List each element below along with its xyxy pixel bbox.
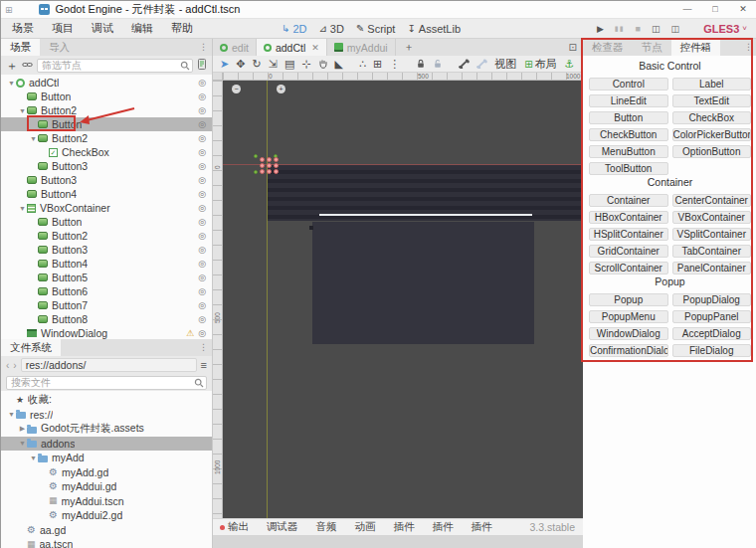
- control-button-ColorPickerButton[interactable]: ColorPickerButton: [672, 128, 752, 141]
- control-button-CheckButton[interactable]: CheckButton: [589, 128, 668, 141]
- control-button-Control[interactable]: Control: [589, 78, 668, 91]
- control-button-PanelContainer[interactable]: PanelContainer: [672, 262, 752, 274]
- tab-filesystem[interactable]: 文件系统: [1, 339, 61, 356]
- tree-row-WindowDialog[interactable]: WindowDialog⚠◎: [1, 326, 212, 339]
- visibility-eye-icon[interactable]: ◎: [198, 91, 206, 101]
- tree-row-Button6[interactable]: Button6◎: [1, 284, 212, 298]
- visibility-eye-icon[interactable]: ◎: [198, 147, 206, 157]
- menu-item-项目[interactable]: 项目: [43, 21, 83, 36]
- tab-节点[interactable]: 节点: [633, 39, 671, 56]
- expander-icon[interactable]: ▼: [7, 411, 16, 418]
- close-button[interactable]: ✕: [729, 1, 756, 18]
- control-button-OptionButton[interactable]: OptionButton: [672, 145, 752, 158]
- instance-scene-icon[interactable]: [22, 60, 33, 72]
- control-button-LineEdit[interactable]: LineEdit: [589, 94, 668, 107]
- layout-menu[interactable]: ⊞布局: [524, 57, 556, 72]
- visibility-eye-icon[interactable]: ◎: [198, 273, 206, 282]
- tree-row-Button4[interactable]: Button4◎: [1, 187, 212, 201]
- list-select-tool-icon[interactable]: ▤: [284, 56, 294, 72]
- grid-snap-tool-icon[interactable]: ⊞: [373, 56, 382, 72]
- tree-row-Button[interactable]: Button◎: [1, 117, 212, 131]
- control-button-PopupMenu[interactable]: PopupMenu: [589, 310, 668, 323]
- visibility-eye-icon[interactable]: ◎: [198, 105, 206, 115]
- lock-tool-icon[interactable]: [416, 59, 426, 69]
- tree-row-res://[interactable]: ▼res://: [1, 408, 212, 423]
- close-icon[interactable]: ✕: [311, 43, 319, 53]
- visibility-eye-icon[interactable]: ◎: [198, 231, 206, 241]
- tree-row-Button4[interactable]: Button4◎: [1, 257, 212, 271]
- tree-row-CheckBox[interactable]: ✓CheckBox◎: [1, 145, 212, 159]
- control-button-TextEdit[interactable]: TextEdit: [672, 94, 752, 107]
- expander-icon[interactable]: ▼: [18, 440, 27, 447]
- play-custom-scene-button[interactable]: ◫: [670, 24, 679, 34]
- control-button-ConfirmationDialog[interactable]: ConfirmationDialog: [589, 344, 668, 357]
- visibility-eye-icon[interactable]: ◎: [198, 78, 206, 88]
- visibility-eye-icon[interactable]: ◎: [198, 217, 206, 227]
- expander-icon[interactable]: ▼: [18, 107, 27, 114]
- visibility-eye-icon[interactable]: ◎: [198, 245, 206, 255]
- control-button-Button[interactable]: Button: [589, 111, 668, 124]
- snap-options-tool-icon[interactable]: ⋮: [389, 56, 400, 72]
- rotate-tool-icon[interactable]: ↻: [252, 56, 261, 72]
- expander-icon[interactable]: ▶: [18, 425, 27, 433]
- search-files-input[interactable]: [6, 376, 207, 390]
- bottom-tab-音频-2[interactable]: 音频: [316, 520, 337, 534]
- tree-row-myAdd.gd[interactable]: ⚙myAdd.gd: [1, 465, 212, 480]
- menu-item-调试[interactable]: 调试: [83, 21, 122, 36]
- visibility-eye-icon[interactable]: ◎: [198, 259, 206, 269]
- tree-row-VBoxContainer[interactable]: ▼VBoxContainer◎: [1, 201, 212, 215]
- tab-控件箱[interactable]: 控件箱: [671, 39, 721, 56]
- control-button-CenterContainer[interactable]: CenterContainer: [672, 194, 752, 207]
- menu-item-场景[interactable]: 场景: [3, 21, 43, 36]
- skeleton-tool-icon[interactable]: [459, 59, 470, 69]
- tree-row-aa.tscn[interactable]: ▦aa.tscn: [1, 537, 212, 548]
- expander-icon[interactable]: ▼: [29, 455, 38, 461]
- smart-snap-tool-icon[interactable]: ∴: [359, 56, 366, 72]
- visibility-eye-icon[interactable]: ◎: [198, 203, 206, 213]
- control-button-TabContainer[interactable]: TabContainer: [672, 245, 752, 258]
- script-icon[interactable]: [197, 59, 207, 72]
- bottom-tab-插件-5[interactable]: 插件: [433, 520, 454, 534]
- pause-button[interactable]: ▮▮: [615, 25, 625, 33]
- view-menu[interactable]: 视图: [494, 57, 516, 72]
- control-button-VSplitContainer[interactable]: VSplitContainer: [672, 228, 752, 241]
- expander-icon[interactable]: ▼: [18, 205, 27, 212]
- visibility-eye-icon[interactable]: ◎: [198, 189, 206, 199]
- tree-row-Godot元件封装.assets[interactable]: ▶Godot元件封装.assets: [1, 422, 212, 437]
- tree-row-addons[interactable]: ▼addons: [1, 437, 212, 452]
- control-button-CheckBox[interactable]: CheckBox: [672, 111, 752, 124]
- dock-menu-icon[interactable]: ⋮: [744, 39, 756, 56]
- tab-import[interactable]: 导入: [40, 39, 79, 56]
- filter-nodes-input[interactable]: [37, 59, 193, 73]
- selection-handles[interactable]: [254, 152, 282, 176]
- tree-row-Button2[interactable]: ▼Button2◎: [1, 131, 212, 145]
- visibility-eye-icon[interactable]: ◎: [198, 300, 206, 310]
- bottom-tab-插件-6[interactable]: 插件: [472, 520, 492, 534]
- visibility-eye-icon[interactable]: ◎: [198, 161, 206, 171]
- tree-row-myAddui.tscn[interactable]: ▦myAddui.tscn: [1, 494, 212, 509]
- mode-script[interactable]: ✎Script: [356, 23, 396, 35]
- scene-tab-edit[interactable]: edit: [213, 39, 257, 56]
- control-button-HBoxContainer[interactable]: HBoxContainer: [589, 211, 668, 224]
- control-button-ToolButton[interactable]: ToolButton: [589, 162, 668, 175]
- skeleton-options-tool-icon[interactable]: [476, 59, 487, 69]
- mode-2d[interactable]: ↳2D: [282, 23, 306, 35]
- maximize-button[interactable]: □: [701, 1, 729, 18]
- tree-row-myAddui.gd[interactable]: ⚙myAddui.gd: [1, 479, 212, 494]
- tree-row-Button2[interactable]: ▼Button2◎: [1, 103, 212, 117]
- tree-row-Button[interactable]: Button◎: [1, 90, 212, 103]
- control-button-Container[interactable]: Container: [589, 194, 668, 207]
- stop-button[interactable]: ■: [636, 24, 641, 34]
- control-button-Label[interactable]: Label: [672, 78, 752, 91]
- unlock-tool-icon[interactable]: [433, 59, 443, 69]
- control-button-WindowDialog[interactable]: WindowDialog: [589, 327, 668, 340]
- tree-row-myAddui2.gd[interactable]: ⚙myAddui2.gd: [1, 508, 212, 523]
- dock-menu-icon[interactable]: ⋮: [199, 39, 212, 56]
- tab-检查器[interactable]: 检查器: [583, 39, 633, 56]
- control-button-PopupPanel[interactable]: PopupPanel: [672, 310, 752, 323]
- mode-3d[interactable]: ⊿3D: [318, 23, 343, 35]
- mode-assetlib[interactable]: ↧AssetLib: [407, 23, 461, 35]
- ruler-tool-icon[interactable]: ◣: [335, 56, 343, 72]
- control-button-VBoxContainer[interactable]: VBoxContainer: [672, 211, 752, 224]
- tree-row-aa.gd[interactable]: ⚙aa.gd: [1, 523, 212, 538]
